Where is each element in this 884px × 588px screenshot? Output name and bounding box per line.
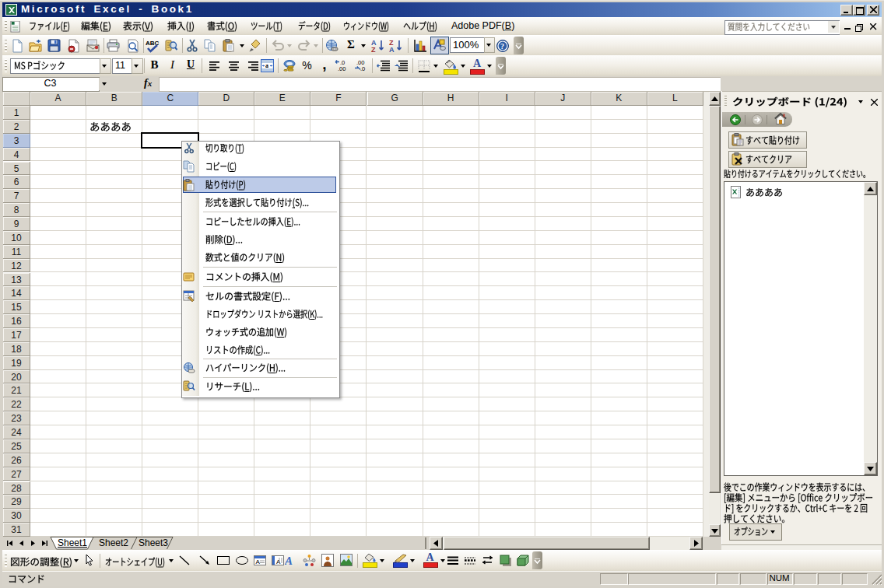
- svg-text:.0: .0: [360, 65, 365, 72]
- svg-text:a: a: [265, 62, 268, 69]
- svg-text:A: A: [285, 555, 293, 566]
- svg-text:A: A: [389, 46, 395, 53]
- svg-text:Z: Z: [371, 46, 376, 53]
- svg-text:A: A: [276, 558, 281, 565]
- svg-text:.00: .00: [338, 65, 346, 72]
- svg-text:?: ?: [500, 42, 504, 51]
- svg-text:A: A: [256, 558, 261, 565]
